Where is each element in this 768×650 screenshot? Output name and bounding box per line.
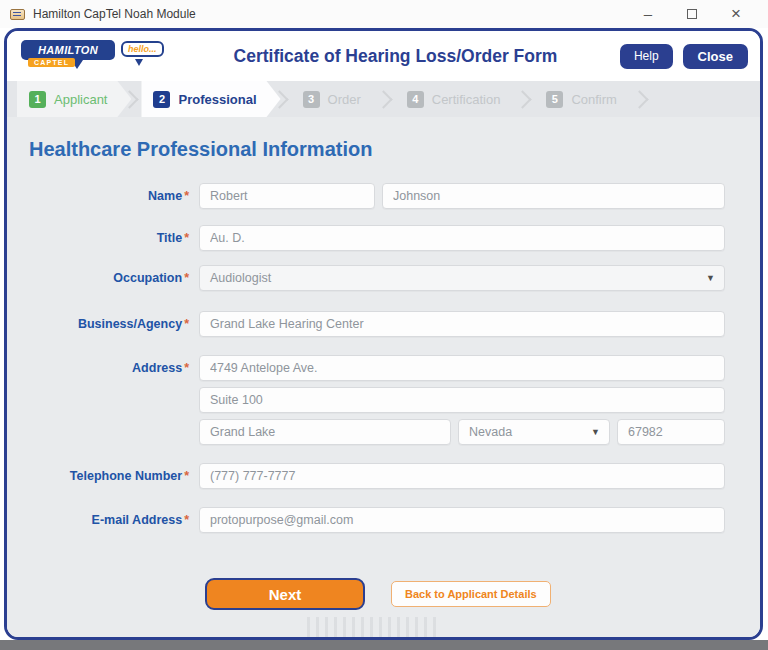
occupation-row: Occupation* Audiologist ▼ (7, 265, 760, 291)
required-marker: * (184, 189, 189, 203)
close-form-button[interactable]: Close (683, 44, 748, 69)
business-row: Business/Agency* (7, 311, 760, 337)
hello-bubble: hello... (121, 41, 164, 57)
required-marker: * (184, 231, 189, 245)
name-label: Name* (7, 183, 199, 209)
required-marker: * (184, 317, 189, 331)
phone-row: Telephone Number* (7, 463, 760, 489)
business-label: Business/Agency* (7, 311, 199, 337)
step-number-badge: 4 (407, 91, 424, 108)
state-selected-value: Nevada (469, 425, 512, 439)
help-button[interactable]: Help (620, 44, 673, 69)
first-name-input[interactable] (199, 183, 375, 209)
occupation-label: Occupation* (7, 265, 199, 291)
address-row: Address* Nevada ▼ (7, 355, 760, 445)
step-certification: 4 Certification (395, 81, 525, 117)
occupation-select[interactable]: Audiologist ▼ (199, 265, 725, 291)
required-marker: * (184, 513, 189, 527)
logo-captel-text: CAPTEL (28, 58, 75, 67)
address-line2-input[interactable] (199, 387, 725, 413)
address-label: Address* (7, 355, 199, 381)
step-label: Professional (178, 92, 256, 107)
form-window: HAMILTON CAPTEL hello... Certificate of … (4, 28, 763, 640)
form-content: Healthcare Professional Information Name… (7, 117, 760, 637)
faint-artifact (307, 617, 439, 637)
step-number-badge: 2 (153, 91, 170, 108)
dropdown-caret-icon: ▼ (706, 273, 715, 283)
required-marker: * (184, 361, 189, 375)
app-icon (10, 9, 25, 20)
maximize-icon[interactable] (670, 9, 714, 19)
required-marker: * (184, 469, 189, 483)
step-applicant[interactable]: 1 Applicant (17, 81, 131, 117)
title-row: Title* (7, 225, 760, 251)
step-label: Certification (432, 92, 501, 107)
step-label: Order (328, 92, 361, 107)
step-confirm: 5 Confirm (534, 81, 641, 117)
step-professional[interactable]: 2 Professional (141, 81, 280, 117)
phone-label: Telephone Number* (7, 463, 199, 489)
state-select[interactable]: Nevada ▼ (458, 419, 610, 445)
last-name-input[interactable] (382, 183, 725, 209)
next-button[interactable]: Next (205, 578, 365, 610)
email-row: E-mail Address* (7, 507, 760, 533)
address-line1-input[interactable] (199, 355, 725, 381)
required-marker: * (184, 271, 189, 285)
action-buttons: Next Back to Applicant Details (205, 578, 760, 610)
hello-bubble-tail (135, 59, 143, 66)
step-wizard: 1 Applicant 2 Professional 3 Order 4 Cer… (7, 81, 760, 117)
business-input[interactable] (199, 311, 725, 337)
dropdown-caret-icon: ▼ (591, 427, 600, 437)
email-label: E-mail Address* (7, 507, 199, 533)
minimize-icon[interactable]: – (626, 1, 670, 27)
window-title: Hamilton CapTel Noah Module (33, 7, 196, 21)
city-input[interactable] (199, 419, 451, 445)
title-label: Title* (7, 225, 199, 251)
form-header: HAMILTON CAPTEL hello... Certificate of … (7, 31, 760, 81)
step-label: Applicant (54, 92, 107, 107)
occupation-selected-value: Audiologist (210, 271, 271, 285)
section-heading: Healthcare Professional Information (29, 138, 760, 161)
hamilton-captel-logo: HAMILTON CAPTEL hello... (19, 35, 171, 77)
step-order: 3 Order (291, 81, 385, 117)
title-input[interactable] (199, 225, 725, 251)
step-number-badge: 5 (546, 91, 563, 108)
step-number-badge: 3 (303, 91, 320, 108)
step-label: Confirm (571, 92, 617, 107)
logo-hamilton-text: HAMILTON (21, 40, 115, 60)
name-row: Name* (7, 183, 760, 209)
close-window-icon[interactable]: × (714, 1, 758, 27)
step-number-badge: 1 (29, 91, 46, 108)
page-title: Certificate of Hearing Loss/Order Form (171, 46, 620, 67)
zip-input[interactable] (617, 419, 725, 445)
back-to-applicant-button[interactable]: Back to Applicant Details (391, 581, 551, 607)
email-input[interactable] (199, 507, 725, 533)
phone-input[interactable] (199, 463, 725, 489)
background-band (0, 640, 768, 650)
os-titlebar: Hamilton CapTel Noah Module – × (0, 0, 768, 28)
